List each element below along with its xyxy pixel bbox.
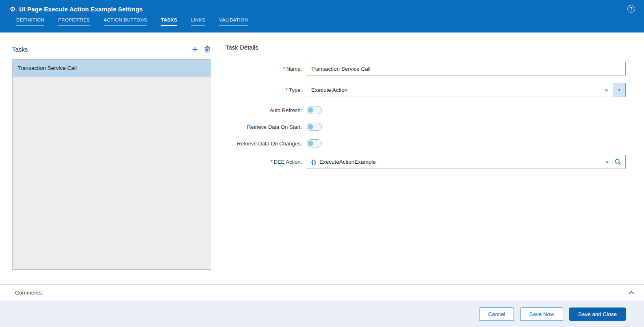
tab-definition[interactable]: DEFINITION: [16, 17, 44, 26]
add-task-button[interactable]: +: [189, 45, 200, 53]
main-content: Tasks + Transaction Service Call Task De…: [0, 32, 644, 284]
save-now-button[interactable]: Save Now: [520, 308, 563, 321]
tab-validation[interactable]: VALIDATION: [219, 17, 248, 26]
tab-bar: DEFINITION PROPERTIES ACTION BUTTONS TAS…: [16, 17, 644, 26]
cancel-button[interactable]: Cancel: [479, 308, 514, 321]
collapse-comments-button[interactable]: [628, 291, 634, 295]
dee-action-value: ExecuteActionExample: [319, 159, 601, 165]
toggle-knob: [308, 108, 313, 113]
retrieve-data-on-changes-label: Retrieve Data On Changes:: [226, 141, 307, 147]
tab-tasks[interactable]: TASKS: [161, 17, 177, 26]
delete-task-button[interactable]: [200, 46, 211, 53]
auto-refresh-toggle[interactable]: [307, 106, 322, 114]
search-icon[interactable]: [614, 158, 625, 165]
comments-label: Comments:: [15, 290, 43, 296]
task-details-form: *Name: *Type: Execute Action × ▼: [226, 62, 626, 169]
chevron-up-icon: [628, 291, 634, 295]
gear-icon: ⚙: [10, 6, 15, 13]
name-label: *Name:: [226, 66, 307, 72]
retrieve-data-on-changes-row: Retrieve Data On Changes:: [226, 139, 626, 148]
tasks-panel-header: Tasks +: [12, 44, 211, 54]
dee-action-label: *DEE Action:: [226, 159, 307, 165]
footer-action-bar: Cancel Save Now Save and Close: [0, 301, 644, 327]
task-details-panel: Task Details *Name: *Type:: [226, 44, 626, 176]
retrieve-data-on-start-label-text: Retrieve Data On Start:: [247, 124, 302, 130]
clear-icon[interactable]: ×: [601, 158, 614, 165]
retrieve-data-on-changes-label-text: Retrieve Data On Changes:: [237, 141, 302, 147]
retrieve-data-on-start-control: [307, 123, 626, 131]
title-row: ⚙ UI Page Execute Action Example Setting…: [0, 0, 644, 14]
auto-refresh-row: Auto Refresh:: [226, 106, 626, 115]
name-control: [307, 62, 626, 76]
tasks-panel: Tasks + Transaction Service Call: [12, 44, 211, 270]
retrieve-data-on-start-label: Retrieve Data On Start:: [226, 124, 307, 130]
retrieve-data-on-changes-toggle[interactable]: [307, 139, 322, 147]
type-field-row: *Type: Execute Action × ▼: [226, 83, 626, 97]
required-asterisk: *: [271, 159, 273, 165]
name-field-row: *Name:: [226, 62, 626, 76]
retrieve-data-on-changes-control: [307, 139, 626, 147]
dee-action-control: {} ExecuteActionExample ×: [307, 155, 626, 169]
tab-action-buttons[interactable]: ACTION BUTTONS: [104, 17, 147, 26]
header: ⚙ UI Page Execute Action Example Setting…: [0, 0, 644, 32]
help-icon[interactable]: ?: [627, 5, 635, 13]
task-list-item[interactable]: Transaction Service Call: [13, 60, 211, 77]
type-label-text: Type:: [289, 87, 302, 93]
type-select-value: Execute Action: [307, 83, 600, 97]
retrieve-data-on-start-row: Retrieve Data On Start:: [226, 122, 626, 131]
retrieve-data-on-start-toggle[interactable]: [307, 123, 322, 131]
required-asterisk: *: [283, 66, 285, 72]
comments-bar: Comments:: [0, 284, 644, 301]
tasks-panel-title: Tasks: [12, 46, 28, 53]
type-control: Execute Action × ▼: [307, 83, 626, 97]
tab-properties[interactable]: PROPERTIES: [58, 17, 90, 26]
type-select[interactable]: Execute Action × ▼: [307, 83, 626, 97]
name-input[interactable]: [307, 62, 626, 76]
auto-refresh-label-text: Auto Refresh:: [270, 107, 302, 113]
name-label-text: Name:: [286, 66, 302, 72]
dee-action-row: *DEE Action: {} ExecuteActionExample ×: [226, 155, 626, 169]
page-title: UI Page Execute Action Example Settings: [19, 6, 143, 13]
type-label: *Type:: [226, 87, 307, 93]
dee-action-field[interactable]: {} ExecuteActionExample ×: [307, 155, 626, 169]
chevron-down-icon[interactable]: ▼: [613, 83, 625, 97]
required-asterisk: *: [286, 87, 288, 93]
task-list: Transaction Service Call: [12, 59, 211, 270]
task-details-title: Task Details: [226, 44, 626, 52]
braces-icon: {}: [307, 159, 319, 165]
save-and-close-button[interactable]: Save and Close: [569, 308, 626, 321]
auto-refresh-control: [307, 106, 626, 114]
toggle-knob: [308, 124, 313, 130]
settings-window: ⚙ UI Page Execute Action Example Setting…: [0, 0, 644, 327]
trash-icon: [204, 46, 210, 53]
tab-links[interactable]: LINKS: [191, 17, 205, 26]
toggle-knob: [308, 141, 313, 146]
clear-icon[interactable]: ×: [600, 83, 613, 97]
auto-refresh-label: Auto Refresh:: [226, 107, 307, 113]
dee-action-label-text: DEE Action:: [274, 159, 302, 165]
